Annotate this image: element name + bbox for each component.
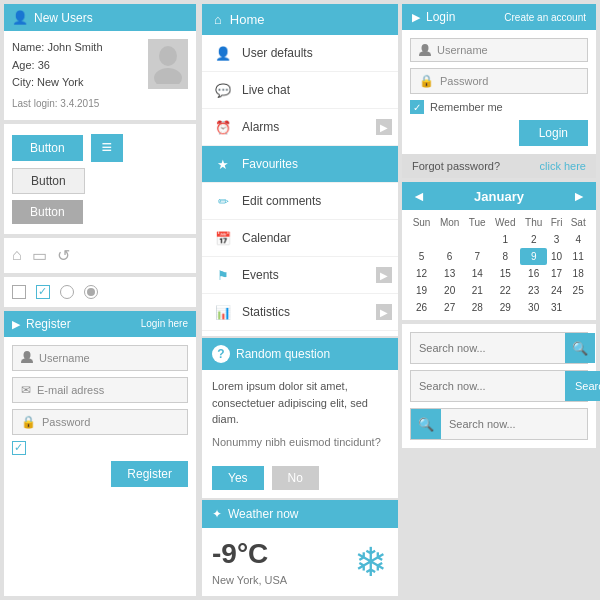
cal-cell[interactable]: 28 (464, 299, 490, 316)
radio-unchecked[interactable] (60, 285, 74, 299)
remember-me-checkbox[interactable]: ✓ (410, 100, 424, 114)
cal-cell[interactable]: 26 (408, 299, 435, 316)
checkbox-checked[interactable] (36, 285, 50, 299)
nav-item-alarms[interactable]: Alarms ▶ (202, 109, 398, 146)
login-username-field[interactable]: Username (410, 38, 588, 62)
nav-item-edit-comments[interactable]: Edit comments (202, 183, 398, 220)
cal-cell[interactable]: 10 (547, 248, 566, 265)
cal-cell[interactable]: 4 (566, 231, 590, 248)
nav-item-favourites[interactable]: Favourites (202, 146, 398, 183)
mail-icon (21, 383, 31, 397)
cal-cell[interactable]: 17 (547, 265, 566, 282)
create-account-link[interactable]: Create an account (504, 12, 586, 23)
svg-point-1 (154, 68, 182, 84)
user-city: City: New York (12, 74, 140, 92)
cal-cell[interactable]: 6 (435, 248, 464, 265)
login-here-link[interactable]: Login here (141, 318, 188, 329)
cal-cell[interactable]: 24 (547, 282, 566, 299)
calendar-next-button[interactable]: ► (572, 188, 586, 204)
cal-cell[interactable]: 16 (520, 265, 546, 282)
cal-cell[interactable]: 9 (520, 248, 546, 265)
random-question-header: ? Random question (202, 338, 398, 370)
remember-me-label: Remember me (430, 101, 503, 113)
cal-cell[interactable]: 13 (435, 265, 464, 282)
nav-item-calendar[interactable]: Calendar (202, 220, 398, 257)
cal-cell[interactable]: 29 (490, 299, 520, 316)
calendar-body: Sun Mon Tue Wed Thu Fri Sat 123456789101… (402, 210, 596, 320)
cal-cell[interactable]: 18 (566, 265, 590, 282)
checkbox-unchecked[interactable] (12, 285, 26, 299)
nav-item-user-defaults[interactable]: User defaults (202, 35, 398, 72)
default-button[interactable]: Button (12, 168, 85, 194)
cal-cell[interactable]: 3 (547, 231, 566, 248)
calendar-prev-button[interactable]: ◄ (412, 188, 426, 204)
login-title: Login (426, 10, 455, 24)
menu-icon-button[interactable] (91, 134, 123, 162)
cal-cell[interactable]: 8 (490, 248, 520, 265)
cal-day-tue: Tue (464, 214, 490, 231)
register-button[interactable]: Register (111, 461, 188, 487)
cal-cell[interactable]: 23 (520, 282, 546, 299)
cal-cell[interactable]: 19 (408, 282, 435, 299)
svg-point-4 (422, 44, 429, 52)
register-play-icon (12, 317, 20, 331)
weather-temp: -9°C (212, 538, 287, 570)
cal-day-sat: Sat (566, 214, 590, 231)
cal-day-thu: Thu (520, 214, 546, 231)
cal-cell[interactable]: 20 (435, 282, 464, 299)
search-btn-text-2[interactable]: Search (565, 371, 600, 401)
cal-cell[interactable]: 7 (464, 248, 490, 265)
search-input-1[interactable] (411, 336, 565, 360)
search-btn-icon-1[interactable]: 🔍 (565, 333, 595, 363)
nav-item-live-chat[interactable]: Live chat (202, 72, 398, 109)
nav-item-statistics[interactable]: Statistics ▶ (202, 294, 398, 331)
svg-point-3 (21, 358, 33, 363)
cal-day-wed: Wed (490, 214, 520, 231)
search-input-2[interactable] (411, 374, 565, 398)
primary-button[interactable]: Button (12, 135, 83, 161)
cal-cell[interactable]: 14 (464, 265, 490, 282)
register-username-field[interactable]: Username (12, 345, 188, 371)
yes-button[interactable]: Yes (212, 466, 264, 490)
live-chat-icon (214, 81, 232, 99)
new-users-title: New Users (34, 11, 93, 25)
cal-cell[interactable]: 12 (408, 265, 435, 282)
cal-cell[interactable]: 1 (490, 231, 520, 248)
random-question-buttons: Yes No (202, 466, 398, 498)
new-users-body: Name: John Smith Age: 36 City: New York … (4, 31, 196, 120)
register-password-field[interactable]: Password (12, 409, 188, 435)
cal-cell[interactable]: 2 (520, 231, 546, 248)
dark-button[interactable]: Button (12, 200, 83, 224)
login-button[interactable]: Login (519, 120, 588, 146)
cal-day-sun: Sun (408, 214, 435, 231)
register-email-field[interactable]: E-mail adress (12, 377, 188, 403)
register-checkbox[interactable] (12, 441, 26, 455)
calendar-nav-icon (214, 229, 232, 247)
cal-cell[interactable]: 21 (464, 282, 490, 299)
user-icon-register (21, 351, 33, 365)
login-username-placeholder: Username (437, 44, 488, 56)
cal-cell[interactable]: 27 (435, 299, 464, 316)
cal-cell[interactable]: 30 (520, 299, 546, 316)
weather-icon: ✦ (212, 507, 222, 521)
no-button[interactable]: No (272, 466, 319, 490)
login-password-field[interactable]: Password (410, 68, 588, 94)
cal-day-mon: Mon (435, 214, 464, 231)
radio-filled[interactable] (84, 285, 98, 299)
register-header: Register Login here (4, 311, 196, 337)
forgot-password-link[interactable]: click here (540, 160, 586, 172)
weather-title: Weather now (228, 507, 298, 521)
random-question-sub: Nonummy nibh euismod tincidunt? (212, 434, 388, 451)
cal-cell[interactable]: 22 (490, 282, 520, 299)
nav-item-events[interactable]: Events ▶ (202, 257, 398, 294)
forgot-password-text: Forgot password? (412, 160, 500, 172)
lock-icon-login (419, 74, 434, 88)
search-input-3[interactable] (441, 412, 595, 436)
login-section: Login Create an account Username Passwor… (402, 4, 596, 178)
cal-cell[interactable]: 15 (490, 265, 520, 282)
cal-cell[interactable]: 25 (566, 282, 590, 299)
lock-icon-register (21, 415, 36, 429)
cal-cell[interactable]: 5 (408, 248, 435, 265)
cal-cell[interactable]: 31 (547, 299, 566, 316)
cal-cell[interactable]: 11 (566, 248, 590, 265)
